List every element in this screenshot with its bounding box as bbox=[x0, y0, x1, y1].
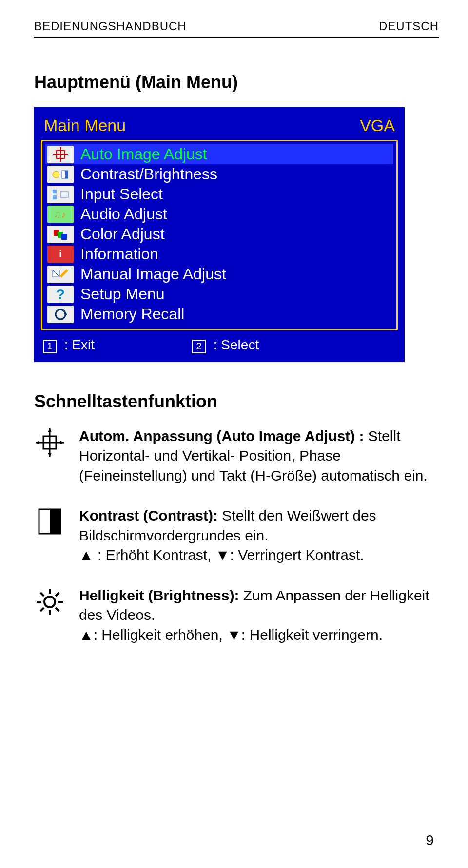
key-1-icon: 1 bbox=[43, 340, 57, 353]
doc-header-left: BEDIENUNGSHANDBUCH bbox=[34, 19, 187, 33]
svg-line-31 bbox=[56, 608, 59, 611]
bright-contrast-icon bbox=[47, 166, 74, 183]
key-2-icon: 2 bbox=[192, 340, 206, 353]
svg-line-32 bbox=[56, 593, 59, 596]
svg-rect-6 bbox=[53, 190, 57, 193]
osd-item-label: Audio Adjust bbox=[80, 205, 167, 223]
header-rule bbox=[34, 37, 439, 38]
entry-lead-contrast: Kontrast (Contrast): bbox=[79, 507, 218, 523]
svg-point-3 bbox=[53, 171, 59, 178]
rgb-icon bbox=[47, 226, 74, 243]
entry-brightness: Helligkeit (Brightness): Zum Anpassen de… bbox=[34, 586, 439, 645]
input-icon bbox=[47, 186, 74, 203]
entry-line2-brightness: ▲: Helligkeit erhöhen, ▼: Helligkeit ver… bbox=[79, 627, 383, 643]
osd-mode: VGA bbox=[360, 116, 395, 135]
osd-item-information[interactable]: i Information bbox=[45, 244, 393, 264]
osd-screenshot: Main Menu VGA Auto Image Adjust Contrast… bbox=[34, 107, 405, 362]
doc-header-right: DEUTSCH bbox=[379, 19, 439, 33]
svg-marker-22 bbox=[60, 441, 64, 444]
svg-rect-24 bbox=[50, 509, 60, 534]
manual-icon bbox=[47, 266, 74, 283]
osd-item-contrast-brightness[interactable]: Contrast/Brightness bbox=[45, 164, 393, 184]
target-icon bbox=[34, 426, 65, 486]
entry-contrast: Kontrast (Contrast): Stellt den Weißwert… bbox=[34, 506, 439, 565]
svg-rect-7 bbox=[53, 195, 57, 199]
osd-item-memory-recall[interactable]: Memory Recall bbox=[45, 304, 393, 324]
section-title-hotkeys: Schnelltastenfunktion bbox=[34, 391, 439, 412]
entry-auto-adjust: Autom. Anpassung (Auto Image Adjust) : S… bbox=[34, 426, 439, 486]
svg-point-25 bbox=[44, 597, 55, 607]
osd-item-label: Information bbox=[80, 245, 158, 263]
osd-item-input-select[interactable]: Input Select bbox=[45, 184, 393, 204]
osd-title: Main Menu bbox=[44, 116, 126, 135]
osd-key-select: 2 : Select bbox=[192, 337, 259, 353]
sun-icon bbox=[34, 586, 65, 645]
osd-key-exit-label: : Exit bbox=[64, 337, 95, 352]
page-number: 9 bbox=[426, 832, 434, 849]
osd-item-color-adjust[interactable]: Color Adjust bbox=[45, 224, 393, 244]
osd-item-label: Contrast/Brightness bbox=[80, 165, 217, 183]
audio-icon: ♫♪ bbox=[47, 206, 74, 223]
osd-item-label: Memory Recall bbox=[80, 305, 184, 323]
entry-line2-contrast: ▲ : Erhöht Kontrast, ▼: Verringert Kontr… bbox=[79, 547, 364, 563]
osd-frame: Auto Image Adjust Contrast/Brightness In… bbox=[41, 140, 398, 330]
osd-item-setup-menu[interactable]: ? Setup Menu bbox=[45, 284, 393, 304]
svg-line-33 bbox=[40, 608, 44, 611]
osd-item-label: Manual Image Adjust bbox=[80, 265, 226, 283]
mem-icon bbox=[47, 306, 74, 323]
osd-footer: 1 : Exit 2 : Select bbox=[41, 330, 398, 353]
osd-item-label: Setup Menu bbox=[80, 285, 165, 303]
svg-line-30 bbox=[40, 593, 44, 596]
info-icon: i bbox=[47, 246, 74, 263]
osd-item-label: Color Adjust bbox=[80, 225, 165, 243]
entry-lead-auto: Autom. Anpassung (Auto Image Adjust) : bbox=[79, 428, 364, 444]
svg-rect-5 bbox=[65, 171, 68, 178]
osd-key-exit: 1 : Exit bbox=[43, 337, 95, 353]
section-title-main-menu: Hauptmenü (Main Menu) bbox=[34, 72, 439, 93]
entry-lead-brightness: Helligkeit (Brightness): bbox=[79, 587, 239, 603]
contrast-icon bbox=[34, 506, 65, 565]
target-icon bbox=[47, 146, 74, 163]
svg-text:♫♪: ♫♪ bbox=[54, 209, 66, 220]
svg-marker-21 bbox=[36, 441, 39, 444]
osd-item-audio-adjust[interactable]: ♫♪ Audio Adjust bbox=[45, 204, 393, 224]
osd-item-label: Auto Image Adjust bbox=[80, 145, 207, 163]
osd-key-select-label: : Select bbox=[214, 337, 259, 352]
osd-item-auto-image-adjust[interactable]: Auto Image Adjust bbox=[45, 144, 393, 164]
svg-marker-20 bbox=[48, 453, 52, 457]
setup-icon: ? bbox=[47, 286, 74, 303]
svg-rect-8 bbox=[60, 192, 68, 197]
svg-rect-12 bbox=[61, 234, 67, 240]
osd-item-label: Input Select bbox=[80, 185, 163, 203]
osd-item-manual-image-adjust[interactable]: Manual Image Adjust bbox=[45, 264, 393, 284]
svg-marker-19 bbox=[48, 428, 52, 432]
